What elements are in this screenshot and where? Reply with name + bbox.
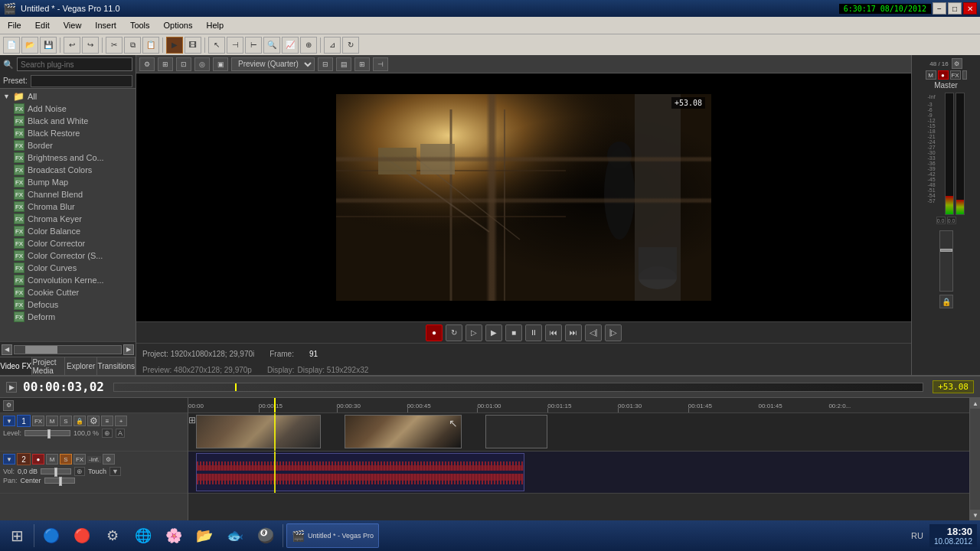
maximize-button[interactable]: □ (948, 2, 962, 15)
taskbar-files[interactable]: 📂 (191, 522, 218, 549)
fx-item[interactable]: FX Color Corrector (S... (2, 249, 134, 262)
playhead[interactable] (274, 398, 276, 412)
open-button[interactable]: 📂 (21, 37, 38, 54)
fx-item[interactable]: FX Broadcast Colors (2, 164, 134, 176)
track2-vol-fader[interactable] (41, 468, 71, 474)
redo-button[interactable]: ↪ (82, 37, 99, 54)
track2-settings[interactable]: ⚙ (103, 454, 115, 465)
search-input[interactable] (17, 57, 132, 71)
fx-item[interactable]: FX Border (2, 139, 134, 152)
taskbar-settings[interactable]: ⚙ (99, 522, 126, 549)
close-button[interactable]: ✕ (963, 2, 977, 15)
scroll-left-button[interactable]: ◀ (2, 344, 12, 355)
track1-solo-button[interactable]: S (60, 416, 72, 426)
taskbar-chrome[interactable]: 🔵 (38, 522, 65, 549)
start-button[interactable]: ⊞ (3, 522, 31, 549)
master-fx-button[interactable]: FX (950, 70, 961, 80)
fx-tree[interactable]: ▼ 📁 All FX Add Noise FX Black and White … (0, 89, 136, 341)
timeline-settings-button[interactable]: ⚙ (3, 400, 14, 411)
fx-item[interactable]: FX Defocus (2, 298, 134, 311)
expand-timeline-button[interactable]: ▶ (6, 382, 17, 393)
fx-item[interactable]: FX Chroma Blur (2, 201, 134, 213)
play-forward-slow[interactable]: ▷ (466, 324, 482, 341)
track1-level-fader[interactable] (24, 430, 70, 436)
preview-overlay-button[interactable]: ⊞ (354, 57, 370, 71)
menu-tools[interactable]: Tools (124, 19, 156, 31)
fx-item[interactable]: FX Chroma Keyer (2, 213, 134, 225)
step-back-button[interactable]: ◁| (585, 324, 602, 341)
fx-item[interactable]: FX Channel Blend (2, 188, 134, 201)
render-button[interactable]: ▶ (166, 37, 183, 54)
play-button[interactable]: ▶ (485, 324, 502, 341)
fx-category-all[interactable]: ▼ 📁 All (2, 90, 134, 103)
video-clip[interactable] (196, 415, 321, 448)
preview-compare-button[interactable]: ⊡ (176, 57, 191, 71)
preview-channel-button[interactable]: ▣ (213, 57, 228, 71)
split-tool[interactable]: ⊢ (245, 37, 262, 54)
track1-lock-button[interactable]: 🔒 (74, 416, 86, 426)
media-button[interactable]: 🎞 (185, 37, 201, 54)
menu-options[interactable]: Options (158, 19, 199, 31)
loop-button[interactable]: ↻ (342, 37, 359, 54)
scroll-down-button[interactable]: ▼ (970, 510, 980, 520)
timeline-vscrollbar[interactable]: ▲ ▼ (969, 398, 980, 520)
bus-settings-button[interactable]: ⚙ (952, 58, 962, 69)
tab-video-fx[interactable]: Video FX (0, 357, 32, 375)
menu-edit[interactable]: Edit (29, 19, 56, 31)
copy-button[interactable]: ⧉ (124, 37, 141, 54)
scroll-right-button[interactable]: ▶ (123, 344, 134, 355)
tab-transitions[interactable]: Transitions (97, 357, 136, 375)
video-clip[interactable]: ↖ (345, 415, 462, 448)
track1-expand[interactable]: ▼ (3, 416, 15, 426)
save-button[interactable]: 💾 (40, 37, 57, 54)
track1-auto-button[interactable]: A (116, 429, 125, 438)
fx-item[interactable]: FX Color Balance (2, 225, 134, 237)
undo-button[interactable]: ↩ (64, 37, 80, 54)
track2-fx-button[interactable]: FX (74, 454, 86, 465)
loop-button[interactable]: ↻ (446, 324, 462, 341)
step-forward-button[interactable]: |▷ (605, 324, 622, 341)
preview-mode-button[interactable]: ◎ (194, 57, 210, 71)
taskbar-flowers[interactable]: 🌸 (160, 522, 188, 549)
track2-key-button[interactable]: ⊕ (74, 467, 85, 476)
track2-mute-button[interactable]: M (46, 454, 58, 465)
fx-item[interactable]: FX Brightness and Co... (2, 152, 134, 164)
taskbar-opera[interactable]: 🔴 (68, 522, 96, 549)
taskbar-fish[interactable]: 🐟 (221, 522, 249, 549)
fx-item[interactable]: FX Black and White (2, 115, 134, 127)
track2-pan-fader[interactable] (44, 478, 75, 484)
envelope-tool[interactable]: 📈 (282, 37, 299, 54)
master-fader[interactable] (939, 230, 953, 292)
master-lock-button[interactable]: 🔒 (939, 295, 953, 308)
fx-item[interactable]: FX Color Corrector (2, 237, 134, 249)
fx-item[interactable]: FX Color Curves (2, 262, 134, 274)
track1-fx-button[interactable]: FX (32, 416, 44, 426)
fx-item[interactable]: FX Deform (2, 311, 134, 323)
master-mute-button[interactable]: M (926, 70, 936, 80)
fx-item[interactable]: FX Add Noise (2, 103, 134, 115)
trim-tool[interactable]: ⊣ (227, 37, 243, 54)
track1-gear-button[interactable]: ⚙ (87, 416, 100, 426)
taskbar-ie[interactable]: 🌐 (129, 522, 157, 549)
select-tool[interactable]: ↖ (208, 37, 225, 54)
cursor-tool[interactable]: ⊕ (300, 37, 317, 54)
tab-explorer[interactable]: Explorer (65, 357, 97, 375)
titlebar-controls[interactable]: 6:30:17 08/10/2012 − □ ✕ (839, 2, 977, 15)
snap-button[interactable]: ⊿ (324, 37, 341, 54)
minimize-button[interactable]: − (933, 2, 946, 15)
tab-project-media[interactable]: Project Media (32, 357, 64, 375)
taskbar-vegas-app[interactable]: 🎬 Untitled * - Vegas Pro (286, 523, 379, 548)
master-solo-button[interactable]: ● (938, 70, 949, 80)
track2-expand[interactable]: ▼ (3, 454, 15, 465)
paste-button[interactable]: 📋 (142, 37, 159, 54)
preview-full-button[interactable]: ⊞ (158, 57, 173, 71)
audio-clip[interactable] (196, 453, 524, 491)
track1-add-button[interactable]: + (115, 416, 127, 426)
fx-item[interactable]: FX Cookie Cutter (2, 286, 134, 298)
fx-item[interactable]: FX Convolution Kerne... (2, 274, 134, 286)
track1-key-button[interactable]: ⊕ (102, 429, 113, 438)
taskbar-ball[interactable]: 🎱 (252, 522, 279, 549)
go-end-button[interactable]: ⏭ (565, 324, 582, 341)
track2-record-button[interactable]: ● (32, 454, 44, 465)
preview-option1[interactable]: ⊟ (318, 57, 333, 71)
